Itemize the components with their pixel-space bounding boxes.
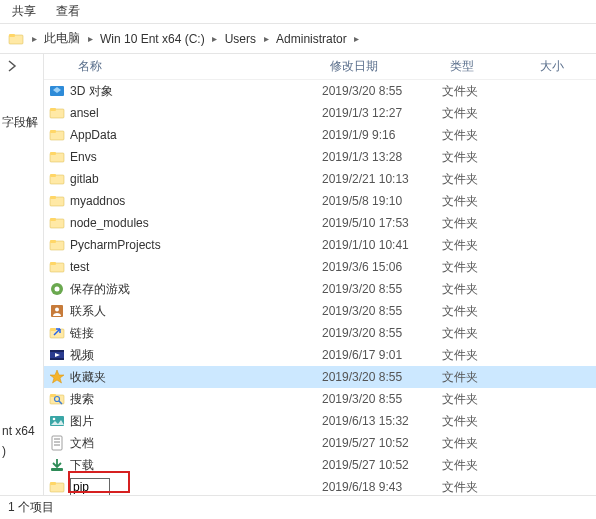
column-header-size[interactable]: 大小 [532, 58, 596, 75]
contacts-icon [44, 303, 70, 319]
svg-rect-1 [9, 34, 15, 37]
folder-icon [44, 127, 70, 143]
svg-rect-4 [50, 108, 56, 111]
file-name-cell[interactable]: 链接 [70, 325, 322, 342]
file-type-cell: 文件夹 [442, 325, 532, 342]
file-row[interactable]: gitlab2019/2/21 10:13文件夹 [44, 168, 596, 190]
file-list-pane: 名称 修改日期 类型 大小 3D 对象2019/3/20 8:55文件夹anse… [44, 54, 596, 495]
file-type-cell: 文件夹 [442, 347, 532, 364]
file-name-cell[interactable]: 搜索 [70, 391, 322, 408]
file-row[interactable]: 图片2019/6/13 15:32文件夹 [44, 410, 596, 432]
file-row[interactable]: 搜索2019/3/20 8:55文件夹 [44, 388, 596, 410]
file-type-cell: 文件夹 [442, 435, 532, 452]
column-header-date[interactable]: 修改日期 [322, 58, 442, 75]
chevron-down-icon[interactable]: ▸ [28, 33, 40, 44]
file-row[interactable]: 下载2019/5/27 10:52文件夹 [44, 454, 596, 476]
file-name-cell[interactable]: 联系人 [70, 303, 322, 320]
breadcrumb-administrator[interactable]: Administrator [272, 24, 351, 53]
file-name-cell[interactable] [70, 478, 322, 495]
file-date-cell: 2019/3/20 8:55 [322, 370, 442, 384]
svg-point-33 [53, 418, 56, 421]
nav-fragment-text: 字段解 [2, 114, 38, 131]
file-name-cell[interactable]: 保存的游戏 [70, 281, 322, 298]
file-row[interactable]: ansel2019/1/3 12:27文件夹 [44, 102, 596, 124]
file-row[interactable]: 文档2019/5/27 10:52文件夹 [44, 432, 596, 454]
file-row[interactable]: PycharmProjects2019/1/10 10:41文件夹 [44, 234, 596, 256]
svg-rect-34 [52, 436, 62, 450]
file-name-cell[interactable]: 收藏夹 [70, 369, 322, 386]
svg-rect-10 [50, 174, 56, 177]
file-type-cell: 文件夹 [442, 369, 532, 386]
folder-icon [44, 105, 70, 121]
file-name-cell[interactable]: test [70, 260, 322, 274]
file-name-cell[interactable]: 视频 [70, 347, 322, 364]
nav-pane[interactable]: 字段解 nt x64 ) [0, 54, 44, 495]
games-icon [44, 281, 70, 297]
folder-icon [44, 215, 70, 231]
nav-fragment-text: nt x64 [2, 424, 35, 438]
file-row[interactable]: AppData2019/1/9 9:16文件夹 [44, 124, 596, 146]
file-date-cell: 2019/3/20 8:55 [322, 282, 442, 296]
file-name-cell[interactable]: 下载 [70, 457, 322, 474]
file-name-cell[interactable]: 文档 [70, 435, 322, 452]
folder-icon [44, 259, 70, 275]
file-name-cell[interactable]: ansel [70, 106, 322, 120]
breadcrumb-users[interactable]: Users [221, 24, 260, 53]
column-header-type[interactable]: 类型 [442, 58, 532, 75]
chevron-right-icon[interactable]: ▸ [351, 33, 363, 44]
file-name-cell[interactable]: gitlab [70, 172, 322, 186]
address-bar[interactable]: ▸ 此电脑 ▸ Win 10 Ent x64 (C:) ▸ Users ▸ Ad… [0, 24, 596, 54]
folder-icon [8, 31, 24, 47]
file-row[interactable]: myaddnos2019/5/8 19:10文件夹 [44, 190, 596, 212]
file-row[interactable]: 2019/6/18 9:43文件夹 [44, 476, 596, 495]
rename-input[interactable] [70, 478, 110, 495]
file-row[interactable]: 收藏夹2019/3/20 8:55文件夹 [44, 366, 596, 388]
tab-view[interactable]: 查看 [56, 3, 80, 20]
file-type-cell: 文件夹 [442, 479, 532, 496]
nav-expand-icon[interactable] [6, 60, 18, 72]
ribbon-tabbar: 共享 查看 [0, 0, 596, 24]
chevron-right-icon[interactable]: ▸ [209, 33, 221, 44]
svg-rect-29 [50, 394, 56, 397]
status-text: 1 个项目 [8, 499, 54, 516]
file-row[interactable]: 3D 对象2019/3/20 8:55文件夹 [44, 80, 596, 102]
svg-rect-8 [50, 152, 56, 155]
file-row[interactable]: 链接2019/3/20 8:55文件夹 [44, 322, 596, 344]
file-name-cell[interactable]: myaddnos [70, 194, 322, 208]
file-date-cell: 2019/3/20 8:55 [322, 392, 442, 406]
breadcrumb-drive[interactable]: Win 10 Ent x64 (C:) [96, 24, 209, 53]
file-row[interactable]: 视频2019/6/17 9:01文件夹 [44, 344, 596, 366]
file-rows: 3D 对象2019/3/20 8:55文件夹ansel2019/1/3 12:2… [44, 80, 596, 495]
file-row[interactable]: node_modules2019/5/10 17:53文件夹 [44, 212, 596, 234]
file-row[interactable]: 保存的游戏2019/3/20 8:55文件夹 [44, 278, 596, 300]
file-name-cell[interactable]: 3D 对象 [70, 83, 322, 100]
chevron-right-icon[interactable]: ▸ [84, 33, 96, 44]
file-row[interactable]: test2019/3/6 15:06文件夹 [44, 256, 596, 278]
file-name-cell[interactable]: AppData [70, 128, 322, 142]
file-date-cell: 2019/6/13 15:32 [322, 414, 442, 428]
file-name-cell[interactable]: PycharmProjects [70, 238, 322, 252]
pictures-icon [44, 413, 70, 429]
breadcrumb-this-pc[interactable]: 此电脑 [40, 24, 84, 53]
svg-rect-14 [50, 218, 56, 221]
column-header-name[interactable]: 名称 [70, 58, 322, 75]
file-name-cell[interactable]: node_modules [70, 216, 322, 230]
downloads-icon [44, 457, 70, 473]
file-type-cell: 文件夹 [442, 83, 532, 100]
column-headers: 名称 修改日期 类型 大小 [44, 54, 596, 80]
file-row[interactable]: Envs2019/1/3 13:28文件夹 [44, 146, 596, 168]
3d-icon [44, 83, 70, 99]
file-type-cell: 文件夹 [442, 193, 532, 210]
file-type-cell: 文件夹 [442, 303, 532, 320]
file-type-cell: 文件夹 [442, 237, 532, 254]
file-row[interactable]: 联系人2019/3/20 8:55文件夹 [44, 300, 596, 322]
tab-share[interactable]: 共享 [12, 3, 36, 20]
file-name-cell[interactable]: 图片 [70, 413, 322, 430]
svg-rect-40 [50, 482, 56, 485]
svg-rect-6 [50, 130, 56, 133]
folder-icon [44, 479, 70, 495]
svg-rect-27 [50, 358, 64, 360]
file-name-cell[interactable]: Envs [70, 150, 322, 164]
chevron-right-icon[interactable]: ▸ [260, 33, 272, 44]
file-type-cell: 文件夹 [442, 413, 532, 430]
